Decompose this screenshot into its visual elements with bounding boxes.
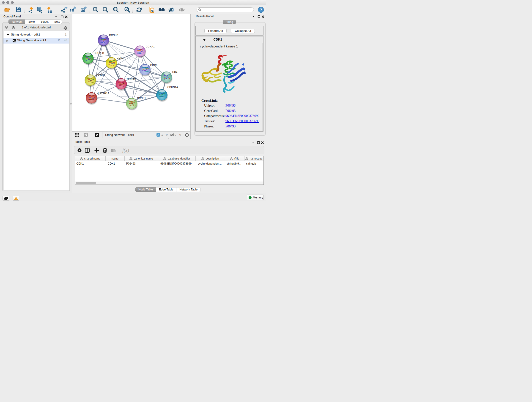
svg-text:CDKN1A: CDKN1A (167, 86, 178, 89)
svg-text:CDC6: CDC6 (150, 64, 157, 66)
svg-text:RB1: RB1 (172, 70, 177, 73)
svg-text:CCNB1: CCNB1 (96, 74, 105, 77)
svg-text:f(x): f(x) (122, 148, 129, 153)
svg-text:CCNB2: CCNB2 (109, 34, 118, 36)
svg-text:CCNE1: CCNE1 (137, 97, 146, 99)
svg-text:CCNA2: CCNA2 (127, 78, 136, 80)
svg-text:HIST1H1A: HIST1H1A (97, 92, 109, 95)
svg-text:CCNA1: CCNA1 (146, 45, 155, 48)
svg-text:CDK1: CDK1 (117, 56, 124, 59)
svg-text:?: ? (260, 8, 262, 12)
svg-text:CDC25B: CDC25B (94, 51, 104, 54)
